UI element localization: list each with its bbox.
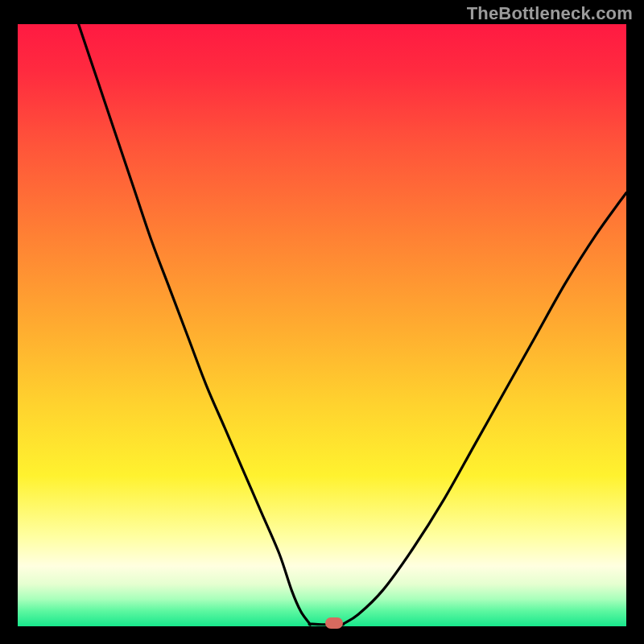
watermark-text: TheBottleneck.com [467, 3, 633, 24]
app-frame: TheBottleneck.com [0, 0, 644, 644]
chart-area [18, 24, 626, 626]
valley-marker [325, 617, 343, 629]
chart-svg [18, 24, 626, 626]
